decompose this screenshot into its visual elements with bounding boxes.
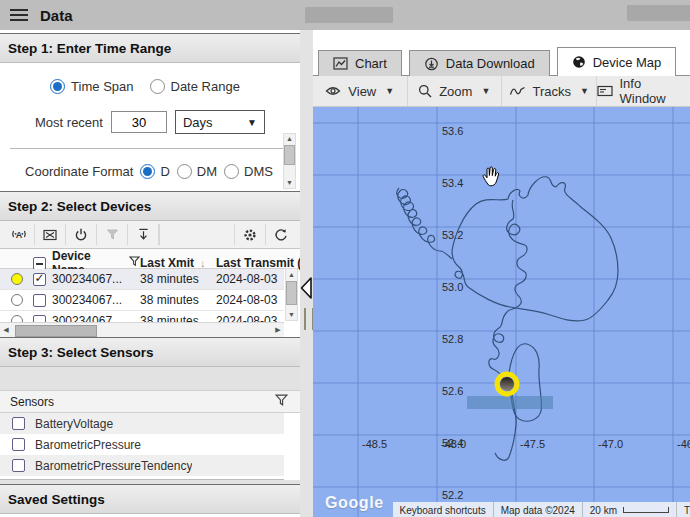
info-window-button[interactable]: Info Window — [597, 76, 690, 106]
tab-data-download[interactable]: Data Download — [409, 50, 550, 76]
message-icon[interactable] — [35, 224, 66, 245]
last-xmit-column[interactable]: Last Xmit↓ — [140, 256, 216, 270]
selected-device-marker[interactable] — [497, 374, 517, 394]
device-table-horizontal-scrollbar[interactable]: ◀ ▶ — [0, 322, 284, 337]
saved-settings-header: Saved Settings — [0, 484, 300, 514]
transmitter-icon[interactable]: A — [4, 224, 35, 245]
scroll-down-icon[interactable]: ▼ — [286, 178, 293, 188]
settings-icon[interactable] — [234, 224, 265, 245]
table-row[interactable]: 300234067... 38 minutes 2024-08-03 — [0, 290, 284, 311]
svg-text:53.4: 53.4 — [442, 177, 463, 189]
svg-text:53.0: 53.0 — [442, 281, 463, 293]
scroll-right-icon[interactable]: ▶ — [272, 326, 284, 334]
keyboard-shortcuts-button[interactable]: Keyboard shortcuts — [393, 502, 493, 517]
chevron-down-icon: ▼ — [385, 86, 394, 96]
device-table-vertical-scrollbar[interactable]: ▲ ▼ — [285, 268, 298, 321]
step3-header: Step 3: Select Sensors — [0, 337, 300, 367]
last-xmit-cell: 38 minutes — [140, 272, 216, 286]
filter-icon[interactable] — [97, 224, 128, 245]
svg-text:A: A — [16, 229, 23, 239]
svg-text:-47.5: -47.5 — [520, 438, 545, 450]
track-highlight-box — [467, 396, 553, 409]
device-checkbox[interactable] — [33, 273, 46, 286]
date-range-radio[interactable] — [150, 79, 165, 94]
tab-strip: ChartData DownloadDevice Map — [313, 30, 690, 76]
menu-icon[interactable] — [10, 9, 28, 21]
sensors-vertical-scrollbar[interactable]: ▲ ▼ — [283, 133, 296, 189]
tracks-button[interactable]: Tracks▼ — [502, 76, 597, 106]
svg-text:-48.0: -48.0 — [441, 438, 466, 450]
app-window: Data Step 1: Enter Time Range Time Span … — [0, 0, 690, 517]
scroll-up-icon[interactable]: ▲ — [286, 134, 293, 144]
device-name-cell: 300234067... — [52, 293, 140, 307]
scale-bar — [623, 507, 669, 513]
scroll-up-icon[interactable]: ▲ — [288, 269, 295, 280]
query-sidebar: Step 1: Enter Time Range Time Span Date … — [0, 30, 301, 517]
tab-device-map[interactable]: Device Map — [557, 47, 677, 76]
svg-text:-48.5: -48.5 — [362, 438, 387, 450]
button-label: Zoom — [439, 84, 472, 99]
table-row[interactable]: 300234067... 38 minutes 2024-08-03 — [0, 269, 284, 290]
spacer — [0, 367, 300, 390]
panel-splitter[interactable] — [300, 30, 313, 517]
time-unit-dropdown[interactable]: Days ▼ — [175, 110, 265, 134]
step1-header: Step 1: Enter Time Range — [0, 33, 300, 63]
info-window-icon — [597, 85, 613, 97]
last-transmit-cell: 2024-08-03 — [216, 314, 284, 322]
device-map[interactable]: 53.653.453.253.052.852.652.452.2-48.5-48… — [313, 107, 690, 517]
step1-body: Time Span Date Range Most recent Days ▼ … — [0, 63, 300, 191]
terms-link[interactable]: T — [676, 502, 690, 517]
select-all-checkbox[interactable] — [33, 257, 46, 270]
svg-text:53.6: 53.6 — [442, 125, 463, 137]
globe-icon — [572, 55, 586, 69]
tab-label: Chart — [355, 56, 387, 71]
sensors-filter-icon[interactable] — [275, 394, 288, 410]
time-span-radio[interactable] — [50, 79, 65, 94]
device-checkbox[interactable] — [33, 294, 46, 307]
sensors-list: BatteryVoltage BarometricPressure Barome… — [0, 413, 284, 480]
sensor-list-item[interactable]: BatteryVoltage — [0, 413, 284, 434]
device-name-cell: 300234067... — [52, 314, 140, 322]
sensor-list-item[interactable]: BarometricPressureTendency — [0, 455, 284, 476]
scroll-thumb[interactable] — [15, 325, 97, 337]
coordinate-format-label: Coordinate Format — [25, 164, 133, 179]
last-transmit-cell: 2024-08-03 — [216, 272, 284, 286]
device-checkbox[interactable] — [33, 315, 46, 323]
sensor-list-item[interactable]: BarometricPressure — [0, 434, 284, 455]
eye-icon — [325, 85, 341, 97]
download-icon[interactable] — [128, 224, 159, 245]
sensor-checkbox[interactable] — [12, 438, 25, 451]
filter-icon[interactable] — [129, 256, 140, 270]
scroll-down-icon[interactable]: ▼ — [288, 309, 295, 320]
view-button[interactable]: View▼ — [313, 76, 408, 106]
collapse-panel-button[interactable] — [299, 276, 313, 303]
device-status-dot — [11, 273, 23, 285]
map-canvas[interactable]: 53.653.453.253.052.852.652.452.2-48.5-48… — [313, 107, 690, 517]
coord-format-label: D — [160, 164, 169, 179]
tab-chart[interactable]: Chart — [318, 50, 402, 76]
scroll-left-icon[interactable]: ◀ — [0, 326, 12, 334]
redacted-header-item — [305, 7, 393, 23]
sensor-label: BatteryVoltage — [35, 417, 113, 431]
most-recent-input[interactable] — [111, 111, 167, 133]
sensor-checkbox[interactable] — [12, 417, 25, 430]
svg-text:52.8: 52.8 — [442, 333, 463, 345]
scroll-thumb[interactable] — [284, 145, 295, 165]
coord-format-radio-d[interactable] — [140, 164, 155, 179]
map-scale: 20 km — [582, 502, 676, 517]
svg-text:52.2: 52.2 — [442, 489, 463, 501]
device-toolbar: A — [0, 221, 300, 249]
restore-icon[interactable] — [265, 224, 296, 245]
coord-format-radio-dm[interactable] — [177, 164, 192, 179]
map-panel: ChartData DownloadDevice Map View▼Zoom▼T… — [313, 30, 690, 517]
zoom-button[interactable]: Zoom▼ — [408, 76, 503, 106]
table-row[interactable]: 300234067... 38 minutes 2024-08-03 — [0, 311, 284, 322]
tab-label: Data Download — [446, 56, 535, 71]
divider — [10, 148, 290, 149]
scroll-thumb[interactable] — [286, 281, 297, 305]
map-data-attribution: Map data ©2024 — [493, 502, 582, 517]
sensor-list-item[interactable] — [0, 476, 284, 480]
power-icon[interactable] — [66, 224, 97, 245]
sensor-checkbox[interactable] — [12, 459, 25, 472]
coord-format-radio-dms[interactable] — [224, 164, 239, 179]
